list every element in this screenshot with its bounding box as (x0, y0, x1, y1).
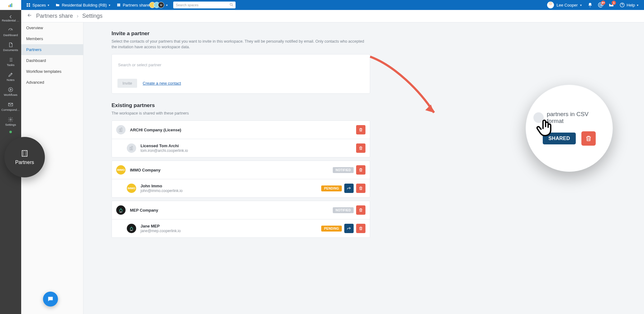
delete-button[interactable] (356, 184, 365, 193)
share-label: Partners share (123, 3, 149, 7)
settings-nav-overview[interactable]: Overview (21, 22, 83, 33)
svg-rect-18 (121, 128, 122, 132)
csv-export-row[interactable]: partners in CSV format (533, 111, 605, 124)
topbar: Spaces ▾ Residential Building (RB) ▾ Par… (0, 0, 644, 10)
chevron-down-icon: ▾ (48, 3, 49, 7)
help-label: Help (627, 3, 635, 7)
svg-rect-0 (8, 5, 9, 7)
partner-search-input[interactable] (117, 60, 364, 70)
status-badge: PENDING (321, 185, 342, 191)
invite-button[interactable]: Invite (117, 79, 137, 88)
svg-rect-5 (27, 5, 28, 7)
delete-button[interactable] (581, 131, 596, 146)
share-menu[interactable]: Partners share (113, 0, 152, 10)
partner-company: MEPMEP CompanyNOTIFIEDMEPJane MEPjane@me… (112, 201, 370, 238)
status-badge: NOTIFIED (333, 207, 354, 213)
rail-back[interactable]: Residential … (0, 12, 21, 24)
partner-company: ARCHI Company (License)Licensed Tom Arch… (112, 120, 370, 157)
settings-nav-partners[interactable]: Partners (21, 44, 83, 55)
share-button[interactable] (344, 184, 354, 193)
rail-item-settings[interactable]: Settings (1, 114, 20, 129)
svg-point-10 (230, 3, 232, 5)
badge: 1 (612, 1, 616, 5)
project-menu[interactable]: Residential Building (RB) ▾ (52, 0, 113, 10)
avatar (547, 2, 554, 8)
rail-item-notes[interactable]: Notes (1, 69, 20, 84)
svg-rect-16 (22, 151, 27, 157)
create-contact-link[interactable]: Create a new contact (143, 81, 181, 86)
svg-rect-19 (130, 147, 131, 150)
company-row: IMMOIMMO CompanyNOTIFIED (112, 161, 370, 179)
partner-list: ARCHI Company (License)Licensed Tom Arch… (112, 120, 370, 238)
status-badge: PENDING (321, 226, 342, 232)
chat-fab[interactable] (43, 292, 58, 307)
company-name: ARCHI Company (License) (130, 128, 352, 132)
settings-nav-workflow-templates[interactable]: Workflow templates (21, 66, 83, 77)
badge: 9+ (601, 1, 605, 5)
company-name: MEP Company (130, 208, 328, 213)
spaces-menu[interactable]: Spaces ▾ (23, 0, 52, 10)
contact-name: Licensed Tom Archi (141, 143, 352, 148)
settings-nav-dashboard[interactable]: Dashboard (21, 55, 83, 66)
rail-item-workflows[interactable]: Workflows (1, 84, 20, 99)
svg-rect-17 (119, 129, 121, 132)
partners-fab[interactable]: Partners (4, 137, 45, 177)
company-logo (116, 125, 126, 134)
svg-point-13 (8, 87, 13, 92)
svg-rect-8 (118, 3, 119, 6)
user-menu[interactable]: Lee Cooper ▾ (544, 2, 585, 8)
crumb-settings: Settings (82, 13, 103, 19)
main-content: Invite a partner Select the contacts of … (83, 22, 644, 314)
contact-email: jane@mep.cooperlink.io (141, 229, 317, 233)
delete-button[interactable] (356, 224, 365, 233)
company-logo: IMMO (127, 184, 136, 193)
rail-item-correspond-[interactable]: Correspond… (1, 99, 20, 114)
notifications-icon[interactable] (585, 0, 595, 10)
settings-nav-members[interactable]: Members (21, 33, 83, 44)
inbox-icon[interactable]: 1 (606, 0, 617, 10)
svg-point-15 (10, 119, 12, 120)
crumb-partners-share[interactable]: Partners share (36, 13, 73, 19)
svg-rect-6 (29, 5, 30, 7)
avatar-stack[interactable]: U (151, 2, 164, 8)
existing-desc: The workspace is shared with these partn… (112, 110, 367, 116)
search-wrap (173, 2, 236, 8)
back-button[interactable] (27, 12, 32, 20)
svg-rect-2 (11, 3, 12, 7)
company-row: MEPMEP CompanyNOTIFIED (112, 201, 370, 219)
chevron-right-icon: › (77, 13, 79, 19)
rail-item-dashboard[interactable]: Dashboard (1, 24, 20, 39)
invite-title: Invite a partner (112, 30, 637, 37)
svg-rect-4 (29, 3, 30, 5)
csv-label: partners in CSV format (547, 111, 605, 124)
app-logo[interactable] (0, 0, 21, 10)
help-menu[interactable]: Help ▾ (617, 0, 642, 10)
svg-rect-20 (131, 146, 133, 150)
delete-button[interactable] (356, 165, 365, 175)
company-logo: IMMO (116, 165, 126, 175)
company-name: IMMO Company (130, 168, 328, 172)
search-icon[interactable] (229, 2, 234, 8)
rail-item-tasks[interactable]: Tasks (1, 54, 20, 69)
spaces-label: Spaces (32, 3, 46, 7)
status-badge: NOTIFIED (333, 167, 354, 173)
mentions-icon[interactable]: 9+ (595, 0, 606, 10)
chevron-down-icon: ▾ (580, 3, 582, 7)
company-logo: MEP (116, 205, 126, 215)
search-input[interactable] (173, 2, 236, 8)
partner-company: IMMOIMMO CompanyNOTIFIEDIMMOJohn Immojoh… (112, 161, 370, 198)
svg-rect-1 (10, 4, 11, 7)
magnifier-callout: partners in CSV format SHARED (526, 85, 613, 172)
delete-button[interactable] (356, 125, 365, 134)
chevron-down-icon[interactable]: ▾ (166, 3, 168, 7)
settings-nav-advanced[interactable]: Advanced (21, 77, 83, 88)
svg-text:MEP: MEP (120, 212, 122, 213)
breadcrumb: Partners share › Settings (21, 10, 644, 22)
contact-name: John Immo (141, 184, 317, 188)
partners-fab-label: Partners (15, 160, 34, 165)
delete-button[interactable] (356, 205, 365, 215)
share-button[interactable] (344, 224, 354, 233)
rail-item-documents[interactable]: Documents (1, 39, 20, 54)
contact-row: IMMOJohn Immojohn@immo.cooperlink.ioPEND… (112, 179, 370, 197)
delete-button[interactable] (356, 143, 365, 153)
